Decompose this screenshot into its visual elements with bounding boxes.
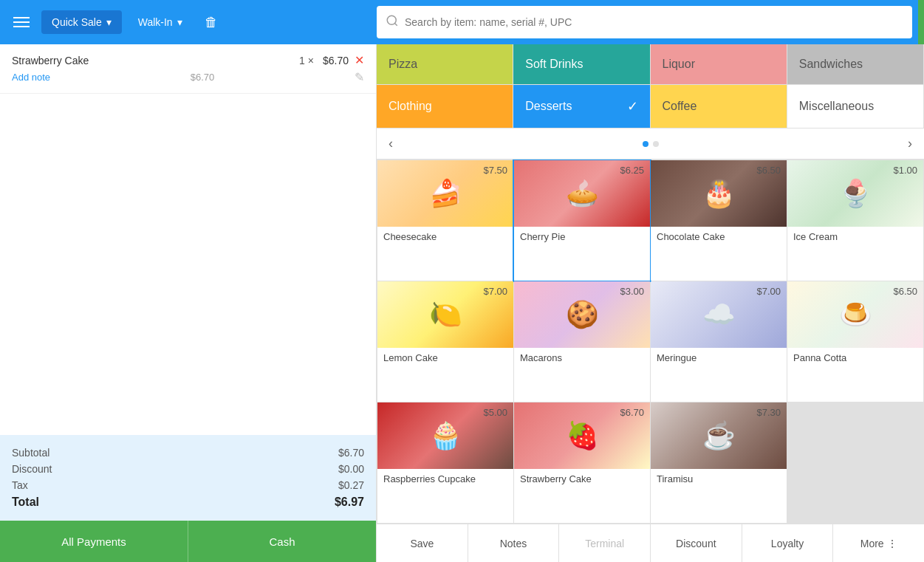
product-card-raspberries-cupcake[interactable]: 🧁 $5.00 Raspberries Cupcake [377, 402, 513, 523]
meringue-name: Meringue [651, 348, 787, 369]
top-bar: Quick Sale ▾ Walk-In ▾ 🗑 [0, 0, 924, 44]
category-tab-soft-drinks[interactable]: Soft Drinks [513, 44, 650, 85]
product-card-cheesecake[interactable]: 🍰 $7.50 Cheesecake [377, 160, 513, 281]
svg-point-0 [387, 16, 396, 24]
category-tab-pizza[interactable]: Pizza [377, 44, 513, 85]
product-card-meringue[interactable]: ☁️ $7.00 Meringue [651, 281, 787, 402]
cash-button[interactable]: Cash [188, 521, 376, 562]
category-pizza-label: Pizza [389, 58, 417, 71]
category-tab-liquor[interactable]: Liquor [651, 44, 787, 85]
tiramisu-price: $7.30 [756, 407, 781, 418]
notes-button[interactable]: Notes [468, 524, 560, 562]
category-coffee-label: Coffee [663, 100, 697, 113]
save-button[interactable]: Save [377, 524, 468, 562]
strawberry-cake-name: Strawberry Cake [514, 469, 650, 490]
cart-item-qty: 1 × [299, 55, 314, 66]
cart-item-subtotal: $6.70 [191, 72, 215, 83]
product-card-ice-cream[interactable]: 🍨 $1.00 Ice Cream [787, 160, 923, 281]
subtotal-label: Subtotal [12, 447, 49, 459]
total-label: Total [12, 496, 39, 509]
products-grid: 🍰 $7.50 Cheesecake 🥧 $6.25 Cherry Pie 🎂 … [377, 160, 924, 524]
category-liquor-label: Liquor [663, 58, 695, 71]
pagination-bar: ‹ › [377, 128, 924, 160]
category-tabs: Pizza Soft Drinks Liquor Sandwiches Clot… [377, 44, 924, 128]
cheesecake-name: Cheesecake [377, 227, 513, 248]
cart-item-name: Strawberry Cake [12, 55, 290, 66]
payment-buttons: All Payments Cash [0, 521, 376, 562]
product-card-macarons[interactable]: 🍪 $3.00 Macarons [514, 281, 650, 402]
product-card-lemon-cake[interactable]: 🍋 $7.00 Lemon Cake [377, 281, 513, 402]
discount-row: Discount $0.00 [12, 463, 364, 475]
next-page-button[interactable]: › [902, 133, 918, 154]
category-soft-drinks-label: Soft Drinks [525, 58, 583, 71]
panna-cotta-price: $6.50 [893, 286, 917, 297]
product-card-strawberry-cake[interactable]: 🍓 $6.70 Strawberry Cake [514, 402, 650, 523]
tax-value: $0.27 [338, 479, 364, 491]
search-bar [377, 6, 912, 38]
discount-value: $0.00 [338, 463, 364, 475]
cheesecake-price: $7.50 [483, 165, 507, 176]
chocolate-cake-name: Chocolate Cake [651, 227, 787, 248]
subtotal-value: $6.70 [338, 447, 364, 459]
chocolate-cake-price: $6.50 [756, 165, 781, 176]
ice-cream-name: Ice Cream [787, 227, 923, 248]
quick-sale-chevron-icon: ▾ [106, 16, 112, 28]
loyalty-button[interactable]: Loyalty [742, 524, 834, 562]
product-card-tiramisu[interactable]: ☕ $7.30 Tiramisu [651, 402, 787, 523]
terminal-button[interactable]: Terminal [559, 524, 651, 562]
more-dots-icon: ⋮ [887, 538, 897, 549]
product-card-panna-cotta[interactable]: 🍮 $6.50 Panna Cotta [787, 281, 923, 402]
category-sandwiches-label: Sandwiches [799, 58, 863, 71]
panna-cotta-name: Panna Cotta [787, 348, 923, 369]
add-note-button[interactable]: Add note [12, 72, 50, 83]
category-tab-sandwiches[interactable]: Sandwiches [787, 44, 924, 85]
page-dot-2 [653, 141, 659, 147]
category-desserts-label: Desserts [525, 100, 572, 113]
cherry-pie-name: Cherry Pie [514, 227, 650, 248]
walk-in-button[interactable]: Walk-In ▾ [128, 10, 193, 34]
walk-in-chevron-icon: ▾ [177, 16, 182, 28]
ice-cream-price: $1.00 [893, 165, 917, 176]
more-button[interactable]: More ⋮ [833, 524, 924, 562]
main-content: Strawberry Cake 1 × $6.70 ✕ Add note $6.… [0, 44, 924, 562]
prev-page-button[interactable]: ‹ [383, 133, 399, 154]
cart-totals: Subtotal $6.70 Discount $0.00 Tax $0.27 … [0, 435, 376, 521]
macarons-price: $3.00 [620, 286, 644, 297]
subtotal-row: Subtotal $6.70 [12, 447, 364, 459]
green-accent-bar [918, 0, 924, 44]
category-tab-desserts[interactable]: Desserts ✓ [513, 85, 650, 128]
discount-button[interactable]: Discount [651, 524, 742, 562]
category-tab-clothing[interactable]: Clothing [377, 85, 513, 128]
product-card-cherry-pie[interactable]: 🥧 $6.25 Cherry Pie [514, 160, 650, 281]
product-panel: Pizza Soft Drinks Liquor Sandwiches Clot… [377, 44, 924, 562]
delete-cart-button[interactable]: 🗑 [199, 9, 224, 36]
strawberry-cake-price: $6.70 [620, 407, 644, 418]
search-icon [386, 14, 399, 30]
discount-label: Discount [12, 463, 52, 475]
category-tab-coffee[interactable]: Coffee [651, 85, 787, 128]
cart-panel: Strawberry Cake 1 × $6.70 ✕ Add note $6.… [0, 44, 377, 562]
total-row: Total $6.97 [12, 496, 364, 509]
cart-item: Strawberry Cake 1 × $6.70 ✕ Add note $6.… [0, 44, 376, 94]
product-card-chocolate-cake[interactable]: 🎂 $6.50 Chocolate Cake [651, 160, 787, 281]
walk-in-label: Walk-In [138, 16, 173, 28]
page-dot-1 [643, 141, 648, 147]
category-tab-miscellaneous[interactable]: Miscellaneous [787, 85, 924, 128]
raspberries-cupcake-name: Raspberries Cupcake [377, 469, 513, 490]
tax-row: Tax $0.27 [12, 479, 364, 491]
category-clothing-label: Clothing [389, 100, 432, 113]
cart-header: Quick Sale ▾ Walk-In ▾ 🗑 [0, 9, 377, 36]
desserts-check-icon: ✓ [627, 98, 638, 114]
macarons-name: Macarons [514, 348, 650, 369]
cart-item-remove-button[interactable]: ✕ [355, 53, 364, 67]
search-input[interactable] [405, 16, 903, 28]
all-payments-button[interactable]: All Payments [0, 521, 188, 562]
cart-item-price: $6.70 [323, 55, 349, 66]
menu-button[interactable] [7, 11, 35, 33]
tiramisu-name: Tiramisu [651, 469, 787, 490]
quick-sale-button[interactable]: Quick Sale ▾ [41, 10, 122, 34]
svg-line-1 [394, 23, 397, 25]
cart-item-sub-row: Add note $6.70 ✎ [12, 67, 364, 90]
cart-item-row: Strawberry Cake 1 × $6.70 ✕ [12, 53, 364, 67]
more-label: More [860, 538, 884, 549]
